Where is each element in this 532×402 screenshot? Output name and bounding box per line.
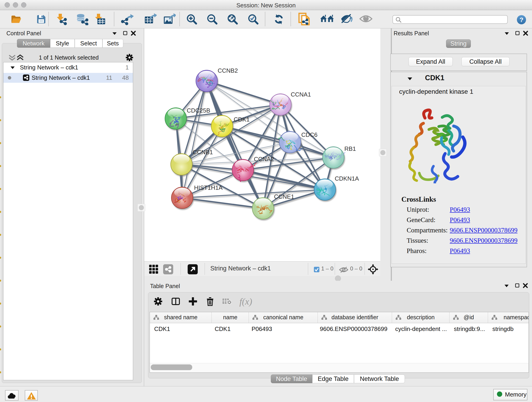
svg-text:CDKN1A: CDKN1A: [335, 175, 359, 182]
svg-text:CCNE1: CCNE1: [274, 193, 294, 200]
svg-text:CCNA2: CCNA2: [254, 156, 274, 162]
svg-text:?: ?: [519, 16, 523, 23]
svg-text:CDC6: CDC6: [301, 131, 317, 138]
svg-text:HIST1H1A: HIST1H1A: [194, 184, 223, 191]
svg-text:CCNB2: CCNB2: [218, 67, 238, 74]
svg-text:RB1: RB1: [344, 145, 356, 152]
svg-text:CDK1: CDK1: [234, 116, 249, 123]
svg-text:CCNA1: CCNA1: [291, 91, 311, 98]
svg-text:CDC25B: CDC25B: [187, 107, 210, 114]
svg-text:CCNB1: CCNB1: [193, 149, 213, 156]
